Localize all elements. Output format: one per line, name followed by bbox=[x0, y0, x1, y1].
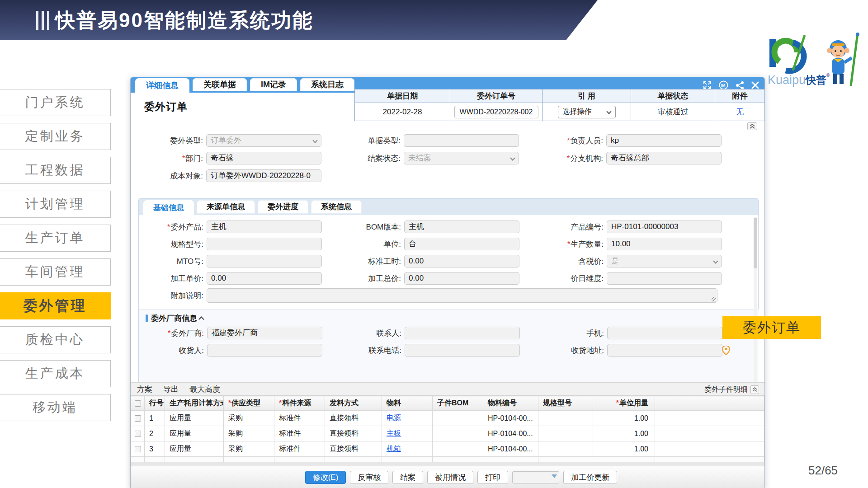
contact-input[interactable] bbox=[405, 327, 520, 339]
subitem-grid: 行号 生产耗用计算方式 *供应类型 *料件来源 发料方式 物料 子件BOM 物料… bbox=[131, 396, 764, 463]
resize-grip[interactable] bbox=[712, 297, 716, 301]
page-number: 52/65 bbox=[808, 464, 838, 478]
doc-status: 审核通过 bbox=[658, 108, 689, 116]
attachment-link[interactable]: 无 bbox=[736, 108, 744, 116]
sidebar-item-planning[interactable]: 计划管理 bbox=[0, 191, 111, 218]
location-pin-icon[interactable] bbox=[722, 346, 730, 355]
total-price-input[interactable]: 0.00 bbox=[404, 272, 519, 285]
modify-button[interactable]: 修改(E) bbox=[305, 471, 346, 484]
mobile-input[interactable] bbox=[607, 327, 722, 339]
row-checkbox[interactable] bbox=[135, 431, 141, 437]
sidebar-item-workshop[interactable]: 车间管理 bbox=[0, 258, 111, 286]
field-dept: *部门: 奇石缘 bbox=[132, 152, 321, 164]
panel-scrollbar[interactable] bbox=[754, 217, 757, 383]
basic-info-panel: 基础信息 来源单信息 委外进度 系统信息 *委外产品: 主机 BOM版本: 主机… bbox=[138, 198, 759, 385]
order-no-field[interactable]: WWDD-20220228-002 bbox=[454, 106, 538, 118]
note-textarea[interactable] bbox=[207, 288, 717, 303]
std-hours-input[interactable]: 0.00 bbox=[404, 255, 519, 267]
quote-select[interactable]: 选择操作 bbox=[558, 106, 616, 118]
field-address: 收货地址: bbox=[533, 344, 722, 357]
slide-banner: 快普易90智能制造系统功能 bbox=[0, 0, 598, 40]
grid-collapse-button[interactable] bbox=[750, 385, 759, 394]
sidebar-item-portal[interactable]: 门户系统 bbox=[0, 89, 111, 116]
product-input[interactable]: 主机 bbox=[207, 221, 322, 233]
sidebar-item-mobile[interactable]: 移动端 bbox=[0, 394, 111, 421]
table-row: 3 应用量 采购 标准件 直接领料 机箱 HP-0104-00... 1.00 bbox=[131, 441, 764, 457]
row-checkbox[interactable] bbox=[135, 446, 141, 452]
grid-panel-title: 委外子件明细 bbox=[704, 385, 748, 394]
qty-input[interactable]: 10.00 bbox=[607, 238, 722, 250]
sidebar-item-cost[interactable]: 生产成本 bbox=[0, 360, 111, 387]
field-mto: MTO号: bbox=[133, 255, 322, 267]
field-product: *委外产品: 主机 bbox=[133, 221, 322, 233]
usage-status-button[interactable]: 被用情况 bbox=[427, 471, 473, 484]
row-checkbox[interactable] bbox=[135, 415, 141, 422]
address-input[interactable] bbox=[607, 344, 722, 357]
cost-obj-input[interactable]: 订单委外WWDD-20220228-0 bbox=[206, 169, 321, 182]
bom-input[interactable]: 主机 bbox=[404, 221, 519, 233]
section-marker bbox=[146, 314, 148, 322]
close-case-button[interactable]: 结案 bbox=[392, 471, 423, 484]
tel-input[interactable] bbox=[405, 344, 520, 357]
toolbar-scheme[interactable]: 方案 bbox=[137, 384, 152, 394]
toolbar-export[interactable]: 导出 bbox=[163, 384, 179, 394]
dept-input[interactable]: 奇石缘 bbox=[206, 152, 321, 164]
update-process-price-button[interactable]: 加工价更新 bbox=[563, 471, 617, 484]
unapprove-button[interactable]: 反审核 bbox=[350, 471, 388, 484]
sidebar-item-custom[interactable]: 定制业务 bbox=[0, 123, 111, 150]
material-link[interactable]: 机箱 bbox=[387, 445, 401, 452]
share-icon[interactable] bbox=[736, 81, 744, 89]
owner-input[interactable]: kp bbox=[606, 134, 722, 147]
col-line-no: 行号 bbox=[145, 396, 165, 411]
vendor-input[interactable]: 福建委外厂商 bbox=[207, 327, 322, 339]
print-button[interactable]: 打印 bbox=[477, 471, 508, 484]
tab-detail-info[interactable]: 详细信息 bbox=[135, 78, 189, 93]
tab-related-docs[interactable]: 关联单据 bbox=[193, 78, 247, 91]
footer-dropdown[interactable] bbox=[512, 471, 559, 483]
close-status-select[interactable]: 未结案 bbox=[404, 152, 519, 164]
subtab-source-doc[interactable]: 来源单信息 bbox=[197, 200, 255, 214]
subtab-basic-info[interactable]: 基础信息 bbox=[143, 200, 194, 215]
close-icon[interactable] bbox=[751, 81, 759, 89]
sidebar-item-engineering[interactable]: 工程数据 bbox=[0, 157, 111, 184]
sidebar-item-outsourcing[interactable]: 委外管理 bbox=[0, 292, 111, 319]
col-material-code: 物料编号 bbox=[483, 396, 538, 411]
tab-system-log[interactable]: 系统日志 bbox=[300, 78, 354, 91]
col-material-source: *料件来源 bbox=[274, 396, 325, 411]
material-link[interactable]: 电源 bbox=[387, 414, 401, 422]
receiver-input[interactable] bbox=[207, 344, 322, 357]
subtab-progress[interactable]: 委外进度 bbox=[258, 200, 308, 214]
doc-type-input[interactable] bbox=[404, 134, 519, 147]
vendor-section: 委外厂商信息 *委外厂商: 福建委外厂商 联系人: 手机: 收货人: 联系电话: bbox=[139, 309, 759, 385]
field-tax-price: 含税价: 是 bbox=[533, 255, 722, 267]
unit-input[interactable]: 台 bbox=[404, 238, 519, 250]
spec-input[interactable] bbox=[207, 238, 322, 250]
wx-type-select[interactable]: 订单委外 bbox=[206, 134, 321, 147]
chevron-down-icon bbox=[606, 109, 611, 114]
field-prod-no: 产品编号: HP-0101-00000003 bbox=[533, 221, 722, 233]
subtab-system-info[interactable]: 系统信息 bbox=[311, 200, 362, 214]
toolbar-max-height[interactable]: 最大高度 bbox=[189, 384, 220, 394]
doc-date: 2022-02-28 bbox=[383, 108, 422, 116]
doc-header-table: 单据日期 委外订单号 引 用 单据状态 附件 2022-02-28 WWDD-2… bbox=[354, 89, 765, 121]
fullscreen-icon[interactable] bbox=[703, 81, 712, 89]
price-dim-input[interactable] bbox=[607, 272, 722, 285]
sidebar-item-production-order[interactable]: 生产订单 bbox=[0, 225, 111, 252]
chevron-up-icon[interactable] bbox=[198, 316, 204, 322]
tax-price-select[interactable]: 是 bbox=[607, 255, 722, 267]
grid-horizontal-scrollbar[interactable] bbox=[131, 462, 764, 466]
svg-text:IM: IM bbox=[721, 83, 725, 88]
form-collapse-button[interactable] bbox=[747, 122, 757, 130]
prod-no-input[interactable]: HP-0101-00000003 bbox=[607, 221, 722, 233]
im-icon[interactable]: IM bbox=[719, 80, 728, 90]
branch-input[interactable]: 奇石缘总部 bbox=[606, 152, 722, 164]
unit-price-input[interactable]: 0.00 bbox=[207, 272, 322, 285]
material-link[interactable]: 主板 bbox=[387, 429, 401, 437]
sidebar-item-quality[interactable]: 质检中心 bbox=[0, 326, 111, 353]
tab-im-record[interactable]: IM记录 bbox=[250, 78, 297, 91]
slide-title: 快普易90智能制造系统功能 bbox=[55, 7, 314, 34]
kuaipu-logo-graphic: Kuaipu 快普 ® bbox=[766, 33, 868, 95]
banner-bars-icon bbox=[36, 11, 49, 30]
mto-input[interactable] bbox=[207, 255, 322, 267]
select-all-checkbox[interactable] bbox=[135, 400, 141, 407]
